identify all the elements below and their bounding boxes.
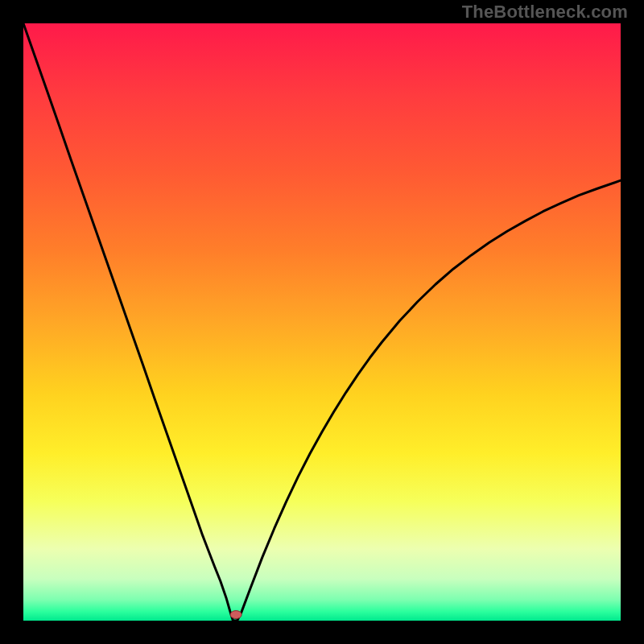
plot-area <box>23 23 621 621</box>
bottleneck-chart <box>0 0 644 644</box>
chart-frame: TheBottleneck.com <box>0 0 644 644</box>
optimal-marker <box>230 611 242 619</box>
